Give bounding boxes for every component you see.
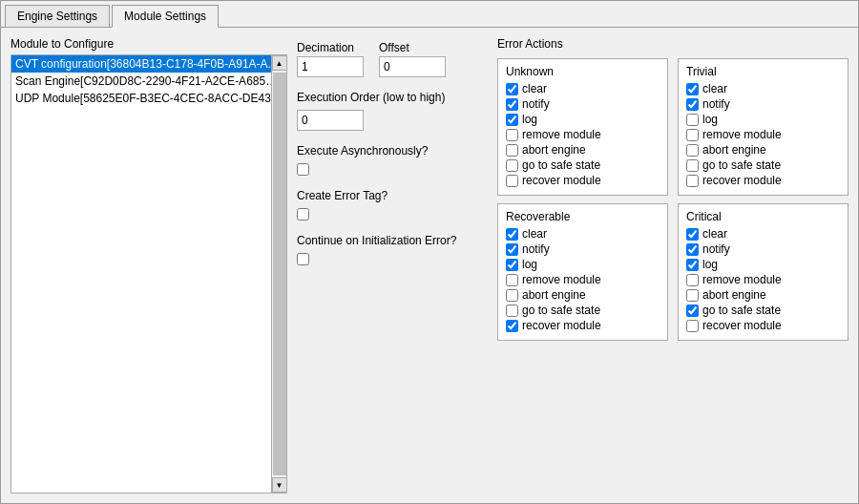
execution-order-group: Execution Order (low to high) bbox=[297, 91, 488, 131]
middle-panel: Decimation Offset Execution Order (low t… bbox=[297, 37, 488, 494]
recoverable-log-checkbox[interactable] bbox=[506, 259, 518, 271]
unknown-abort-engine: abort engine bbox=[506, 143, 660, 157]
recoverable-recover-module: recover module bbox=[506, 319, 660, 332]
critical-abort-engine: abort engine bbox=[686, 288, 840, 302]
recoverable-title: Recoverable bbox=[506, 210, 660, 223]
trivial-log-checkbox[interactable] bbox=[686, 114, 699, 126]
critical-safe-state-checkbox[interactable] bbox=[686, 304, 699, 317]
recoverable-notify-checkbox[interactable] bbox=[506, 243, 518, 256]
critical-log-checkbox[interactable] bbox=[686, 259, 699, 271]
content-area: Module to Configure CVT configuration[36… bbox=[1, 28, 858, 503]
recoverable-clear-checkbox[interactable] bbox=[506, 228, 518, 241]
list-item[interactable]: CVT configuration[36804B13-C178-4F0B-A91… bbox=[11, 55, 286, 73]
unknown-recover-module: recover module bbox=[506, 174, 660, 187]
list-scrollbar[interactable]: ▲ ▼ bbox=[271, 55, 286, 493]
critical-section: Critical clear notify log bbox=[678, 203, 849, 341]
unknown-abort-engine-checkbox[interactable] bbox=[506, 144, 518, 157]
create-error-tag-group: Create Error Tag? bbox=[297, 189, 488, 220]
right-panel: Decimation Offset Execution Order (low t… bbox=[297, 37, 849, 494]
scrollbar-up-arrow[interactable]: ▲ bbox=[272, 55, 287, 71]
error-left-column: Unknown clear notify log bbox=[497, 58, 668, 494]
decimation-field-group: Decimation bbox=[297, 41, 364, 77]
continue-init-error-label: Continue on Initialization Error? bbox=[297, 234, 488, 247]
unknown-notify-checkbox[interactable] bbox=[506, 98, 518, 111]
trivial-notify: notify bbox=[686, 97, 840, 111]
continue-init-error-group: Continue on Initialization Error? bbox=[297, 234, 488, 265]
recoverable-abort-engine: abort engine bbox=[506, 288, 660, 302]
error-right-column: Trivial clear notify log bbox=[678, 58, 849, 494]
offset-label: Offset bbox=[379, 41, 446, 54]
decimation-input[interactable] bbox=[297, 56, 364, 77]
error-panel: Error Actions Unknown clear notify bbox=[497, 37, 849, 494]
unknown-section: Unknown clear notify log bbox=[497, 58, 668, 196]
unknown-remove-module: remove module bbox=[506, 128, 660, 141]
scrollbar-down-arrow[interactable]: ▼ bbox=[272, 477, 287, 493]
create-error-tag-checkbox-group bbox=[297, 208, 488, 220]
critical-title: Critical bbox=[686, 210, 840, 223]
trivial-clear: clear bbox=[686, 82, 840, 95]
module-list-title: Module to Configure bbox=[10, 37, 287, 51]
recoverable-clear: clear bbox=[506, 227, 660, 241]
execute-async-checkbox-group bbox=[297, 163, 488, 176]
unknown-title: Unknown bbox=[506, 65, 660, 78]
recoverable-section: Recoverable clear notify l bbox=[497, 203, 668, 341]
left-panel: Module to Configure CVT configuration[36… bbox=[10, 37, 287, 494]
unknown-safe-state: go to safe state bbox=[506, 158, 660, 172]
error-actions-title: Error Actions bbox=[497, 37, 849, 51]
tab-engine-settings[interactable]: Engine Settings bbox=[5, 5, 110, 27]
recoverable-log: log bbox=[506, 258, 660, 271]
module-list[interactable]: CVT configuration[36804B13-C178-4F0B-A91… bbox=[10, 54, 287, 494]
critical-log: log bbox=[686, 258, 840, 271]
unknown-clear-checkbox[interactable] bbox=[506, 83, 518, 95]
unknown-notify: notify bbox=[506, 97, 660, 111]
trivial-clear-checkbox[interactable] bbox=[686, 83, 699, 95]
critical-notify-checkbox[interactable] bbox=[686, 243, 699, 256]
critical-remove-module-checkbox[interactable] bbox=[686, 274, 699, 286]
execution-order-input[interactable] bbox=[297, 110, 364, 131]
recoverable-remove-module: remove module bbox=[506, 273, 660, 286]
decimation-label: Decimation bbox=[297, 41, 364, 54]
trivial-remove-module: remove module bbox=[686, 128, 840, 141]
trivial-section: Trivial clear notify log bbox=[678, 58, 849, 196]
recoverable-remove-module-checkbox[interactable] bbox=[506, 274, 518, 286]
execution-order-label: Execution Order (low to high) bbox=[297, 91, 488, 104]
scrollbar-thumb[interactable] bbox=[273, 73, 286, 475]
recoverable-abort-engine-checkbox[interactable] bbox=[506, 289, 518, 302]
unknown-safe-state-checkbox[interactable] bbox=[506, 159, 518, 172]
trivial-abort-engine: abort engine bbox=[686, 143, 840, 157]
recoverable-safe-state: go to safe state bbox=[506, 304, 660, 317]
critical-safe-state: go to safe state bbox=[686, 304, 840, 317]
critical-notify: notify bbox=[686, 242, 840, 256]
main-window: Engine Settings Module Settings Module t… bbox=[0, 0, 859, 504]
critical-clear: clear bbox=[686, 227, 840, 241]
unknown-remove-module-checkbox[interactable] bbox=[506, 129, 518, 141]
trivial-remove-module-checkbox[interactable] bbox=[686, 129, 699, 141]
execute-async-label: Execute Asynchronously? bbox=[297, 144, 488, 158]
execute-async-checkbox[interactable] bbox=[297, 163, 309, 176]
decimation-offset-row: Decimation Offset bbox=[297, 41, 488, 77]
recoverable-safe-state-checkbox[interactable] bbox=[506, 304, 518, 317]
continue-init-error-checkbox[interactable] bbox=[297, 253, 309, 265]
tab-bar: Engine Settings Module Settings bbox=[1, 1, 858, 28]
offset-input[interactable] bbox=[379, 56, 446, 77]
list-item[interactable]: UDP Module[58625E0F-B3EC-4CEC-8ACC-DE43A… bbox=[11, 90, 286, 107]
unknown-recover-module-checkbox[interactable] bbox=[506, 175, 518, 187]
trivial-recover-module: recover module bbox=[686, 174, 840, 187]
critical-abort-engine-checkbox[interactable] bbox=[686, 289, 699, 302]
list-item[interactable]: Scan Engine[C92D0D8C-2290-4F21-A2CE-A685… bbox=[11, 73, 286, 90]
critical-recover-module-checkbox[interactable] bbox=[686, 320, 699, 332]
error-columns: Unknown clear notify log bbox=[497, 58, 849, 494]
execute-async-group: Execute Asynchronously? bbox=[297, 144, 488, 176]
recoverable-recover-module-checkbox[interactable] bbox=[506, 320, 518, 332]
create-error-tag-checkbox[interactable] bbox=[297, 208, 309, 220]
unknown-log-checkbox[interactable] bbox=[506, 114, 518, 126]
trivial-safe-state-checkbox[interactable] bbox=[686, 159, 699, 172]
recoverable-notify: notify bbox=[506, 242, 660, 256]
trivial-title: Trivial bbox=[686, 65, 840, 78]
trivial-notify-checkbox[interactable] bbox=[686, 98, 699, 111]
critical-clear-checkbox[interactable] bbox=[686, 228, 699, 241]
trivial-abort-engine-checkbox[interactable] bbox=[686, 144, 699, 157]
unknown-clear: clear bbox=[506, 82, 660, 95]
tab-module-settings[interactable]: Module Settings bbox=[112, 5, 219, 28]
trivial-recover-module-checkbox[interactable] bbox=[686, 175, 699, 187]
